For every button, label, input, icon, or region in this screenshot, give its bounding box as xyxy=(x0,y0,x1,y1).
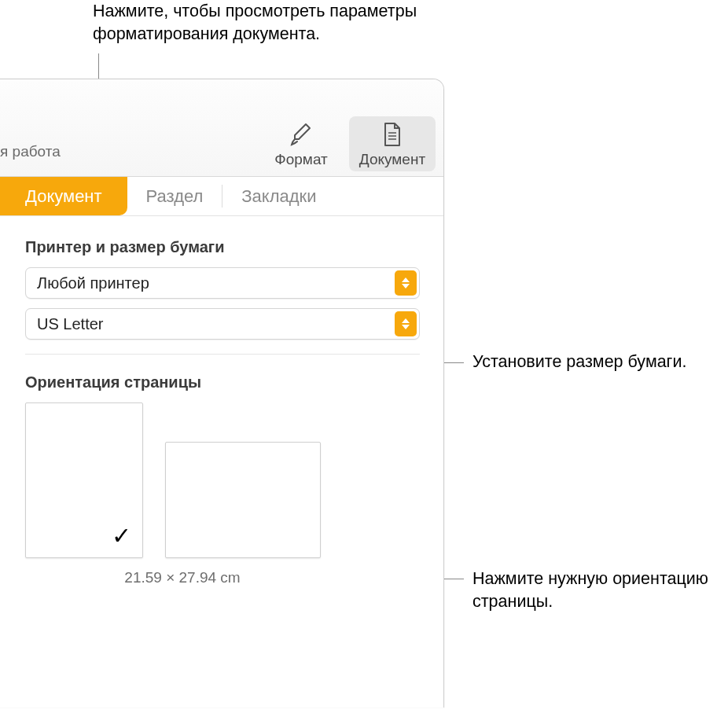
document-icon xyxy=(381,121,404,148)
printer-popup[interactable]: Любой принтер xyxy=(25,267,420,299)
orientation-portrait[interactable]: ✓ xyxy=(25,402,143,558)
tab-document-label: Документ xyxy=(25,186,102,207)
callout-paper: Установите размер бумаги. xyxy=(472,351,708,373)
orientation-section-title: Ориентация страницы xyxy=(25,373,420,391)
updown-arrows-icon xyxy=(395,270,417,296)
inspector-window: я работа Формат Документ xyxy=(0,79,444,707)
orientation-options: ✓ xyxy=(25,402,420,558)
inspector-tabs: Документ Раздел Закладки xyxy=(0,177,443,216)
tab-bookmarks-label: Закладки xyxy=(241,186,316,207)
paper-size-popup-value: US Letter xyxy=(37,315,103,333)
orientation-landscape[interactable] xyxy=(165,442,321,558)
printer-section-title: Принтер и размер бумаги xyxy=(25,238,420,256)
toolbar-left-fragment: я работа xyxy=(0,143,61,171)
toolbar: я работа Формат Документ xyxy=(0,79,443,177)
document-toolbar-button[interactable]: Документ xyxy=(349,116,436,171)
paper-size-popup[interactable]: US Letter xyxy=(25,308,420,340)
document-panel: Принтер и размер бумаги Любой принтер US… xyxy=(0,216,443,602)
updown-arrows-icon xyxy=(395,311,417,336)
tab-document[interactable]: Документ xyxy=(0,177,127,215)
format-toolbar-button[interactable]: Формат xyxy=(258,116,344,171)
page-dimensions-label: 21.59 × 27.94 cm xyxy=(25,569,340,586)
printer-popup-value: Любой принтер xyxy=(37,274,149,292)
paintbrush-icon xyxy=(288,121,314,148)
section-divider xyxy=(25,354,420,355)
format-toolbar-label: Формат xyxy=(274,151,328,168)
tab-bookmarks[interactable]: Закладки xyxy=(222,177,335,215)
callout-orientation: Нажмите нужную ориентацию страницы. xyxy=(472,568,724,613)
checkmark-icon: ✓ xyxy=(112,522,131,549)
tab-section-label: Раздел xyxy=(146,186,204,207)
tab-section[interactable]: Раздел xyxy=(127,177,222,215)
callout-top: Нажмите, чтобы просмотреть параметры фор… xyxy=(93,0,533,46)
document-toolbar-label: Документ xyxy=(359,151,425,168)
